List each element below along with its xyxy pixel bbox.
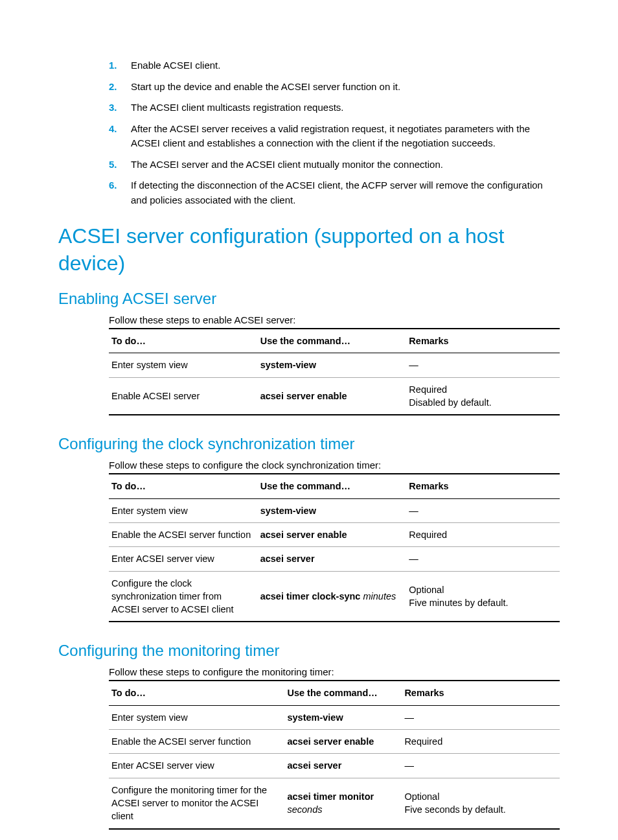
table-row: Enter system viewsystem-view— — [109, 353, 560, 377]
cell-command: acsei timer clock-sync minutes — [258, 571, 407, 622]
step-item: 3.The ACSEI client multicasts registrati… — [109, 100, 560, 115]
cell-remarks: — — [406, 353, 560, 377]
section-intro: Follow these steps to configure the moni… — [109, 666, 560, 677]
table-header: Remarks — [402, 681, 560, 705]
cell-todo: Enable the ACSEI server function — [109, 730, 284, 754]
cell-todo: Enable the ACSEI server function — [109, 522, 258, 546]
table-header: To do… — [109, 329, 258, 353]
table-row: Configure the monitoring timer for the A… — [109, 778, 560, 828]
step-item: 4.After the ACSEI server receives a vali… — [109, 122, 560, 151]
step-item: 1.Enable ACSEI client. — [109, 58, 560, 73]
table-row: Enable ACSEI serveracsei server enableRe… — [109, 377, 560, 415]
table-header: To do… — [109, 681, 284, 705]
document-page: 1.Enable ACSEI client.2.Start up the dev… — [0, 0, 618, 840]
table-header: Use the command… — [258, 329, 407, 353]
cell-todo: Enable ACSEI server — [109, 377, 258, 415]
step-number: 3. — [109, 100, 117, 115]
cell-remarks: OptionalFive minutes by default. — [406, 571, 560, 622]
cell-todo: Configure the monitoring timer for the A… — [109, 778, 284, 828]
cell-command: system-view — [284, 705, 402, 729]
section-intro: Follow these steps to enable ACSEI serve… — [109, 314, 560, 325]
heading-2: Configuring the clock synchronization ti… — [58, 435, 560, 453]
table-row: Enter ACSEI server viewacsei server— — [109, 547, 560, 571]
heading-1: ACSEI server configuration (supported on… — [58, 223, 560, 277]
cell-remarks: Required — [402, 730, 560, 754]
table-row: Enable the ACSEI server functionacsei se… — [109, 522, 560, 546]
step-item: 2.Start up the device and enable the ACS… — [109, 80, 560, 95]
table-header: Remarks — [406, 329, 560, 353]
cell-command: acsei server enable — [258, 522, 407, 546]
step-text: If detecting the disconnection of the AC… — [131, 180, 543, 205]
table-row: Enter system viewsystem-view— — [109, 498, 560, 522]
cell-todo: Configure the clock synchronization time… — [109, 571, 258, 622]
cell-remarks: — — [406, 547, 560, 571]
table-row: Enter ACSEI server viewacsei server— — [109, 754, 560, 778]
heading-2: Configuring the monitoring timer — [58, 642, 560, 660]
step-number: 5. — [109, 158, 117, 172]
table-row: Enter system viewsystem-view— — [109, 705, 560, 729]
step-text: After the ACSEI server receives a valid … — [131, 123, 530, 149]
table-row: Enable the ACSEI server functionacsei se… — [109, 730, 560, 754]
cell-command: acsei server — [258, 547, 407, 571]
cell-remarks: OptionalFive seconds by default. — [402, 778, 560, 828]
cell-todo: Enter system view — [109, 498, 258, 522]
table-header: To do… — [109, 474, 258, 498]
step-number: 1. — [109, 58, 117, 73]
cell-remarks: — — [406, 498, 560, 522]
cell-command: system-view — [258, 498, 407, 522]
cell-todo: Enter ACSEI server view — [109, 754, 284, 778]
table-header: Remarks — [406, 474, 560, 498]
cell-remarks: — — [402, 754, 560, 778]
step-item: 6.If detecting the disconnection of the … — [109, 178, 560, 207]
step-number: 4. — [109, 122, 117, 137]
config-table: To do…Use the command…RemarksEnter syste… — [109, 473, 560, 622]
cell-todo: Enter ACSEI server view — [109, 547, 258, 571]
step-item: 5.The ACSEI server and the ACSEI client … — [109, 158, 560, 172]
cell-remarks: Required — [406, 522, 560, 546]
section-intro: Follow these steps to configure the cloc… — [109, 460, 560, 471]
ordered-steps: 1.Enable ACSEI client.2.Start up the dev… — [58, 58, 560, 207]
cell-todo: Enter system view — [109, 705, 284, 729]
cell-command: system-view — [258, 353, 407, 377]
step-number: 6. — [109, 178, 117, 193]
table-header: Use the command… — [258, 474, 407, 498]
heading-2: Enabling ACSEI server — [58, 290, 560, 308]
config-table: To do…Use the command…RemarksEnter syste… — [109, 680, 560, 829]
table-row: Configure the clock synchronization time… — [109, 571, 560, 622]
step-text: The ACSEI server and the ACSEI client mu… — [131, 159, 443, 170]
cell-remarks: — — [402, 705, 560, 729]
cell-remarks: RequiredDisabled by default. — [406, 377, 560, 415]
config-table: To do…Use the command…RemarksEnter syste… — [109, 328, 560, 415]
step-text: Enable ACSEI client. — [131, 60, 220, 71]
cell-todo: Enter system view — [109, 353, 258, 377]
step-number: 2. — [109, 80, 117, 95]
cell-command: acsei timer monitor seconds — [284, 778, 402, 828]
cell-command: acsei server enable — [258, 377, 407, 415]
step-text: Start up the device and enable the ACSEI… — [131, 81, 400, 92]
step-text: The ACSEI client multicasts registration… — [131, 102, 343, 113]
cell-command: acsei server enable — [284, 730, 402, 754]
cell-command: acsei server — [284, 754, 402, 778]
table-header: Use the command… — [284, 681, 402, 705]
